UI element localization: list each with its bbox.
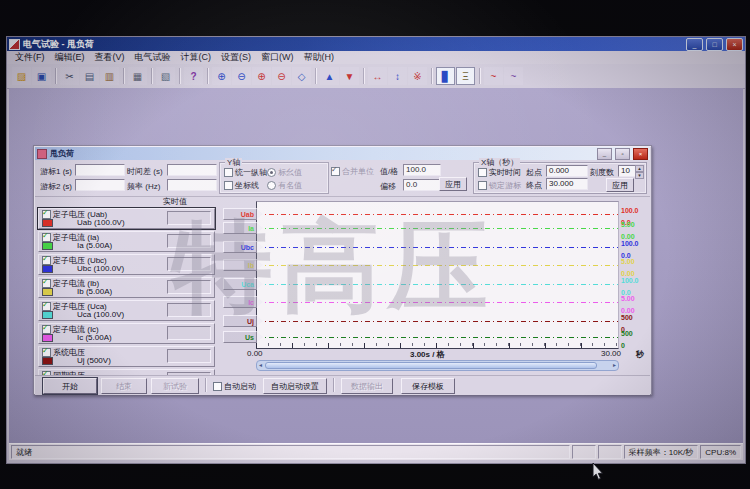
scales-icon[interactable]: Ξ — [456, 67, 475, 85]
copy-icon[interactable]: ▤ — [80, 67, 99, 85]
channel-range: Ubc (100.0V) — [77, 264, 124, 273]
timediff-input[interactable] — [167, 164, 217, 176]
menu-window[interactable]: 窗口(W) — [256, 51, 299, 64]
y-axis-group: Y轴 统一纵轴 坐标线 标幺值 有名值 — [219, 162, 329, 194]
realtime-checkbox[interactable]: 实时时间 — [478, 167, 521, 178]
maximize-button[interactable]: □ — [706, 38, 723, 51]
channel-marker-button[interactable]: Uca — [223, 278, 257, 290]
start-input[interactable]: 0.000 — [546, 165, 588, 177]
axis-min-label: 0.00 — [621, 233, 635, 240]
menu-help[interactable]: 帮助(H) — [299, 51, 340, 64]
channel-marker-button[interactable]: Us — [223, 331, 257, 343]
channel-checkbox[interactable] — [42, 279, 51, 288]
cursor2-input[interactable] — [75, 179, 125, 191]
child-close-button[interactable]: × — [633, 148, 648, 160]
toolbar-separator — [151, 68, 152, 84]
channel-checkbox[interactable] — [42, 256, 51, 265]
per-unit-radio[interactable]: 标幺值 — [267, 167, 302, 178]
end-input[interactable]: 30.000 — [546, 178, 588, 190]
channel-row[interactable]: 定子电压 (Uab) Uab (100.0V) — [38, 208, 215, 229]
scroll-right-icon[interactable]: ▸ — [613, 361, 616, 369]
channel-marker-button[interactable]: Ubc — [223, 241, 257, 253]
start-button[interactable]: 开始 — [43, 378, 97, 394]
realtime-value-header: 实时值 — [163, 196, 187, 207]
minimize-button[interactable]: _ — [686, 38, 703, 51]
child-minimize-button[interactable]: _ — [597, 148, 612, 160]
align-grid-icon[interactable]: ※ — [408, 67, 427, 85]
menu-settings[interactable]: 设置(S) — [216, 51, 256, 64]
auto-start-checkbox[interactable]: 自动启动 — [213, 381, 256, 392]
child-restore-button[interactable]: ▫ — [615, 148, 630, 160]
marker-pointer-icon — [257, 316, 263, 326]
zero-down-icon[interactable]: ▼ — [340, 67, 359, 85]
zero-up-icon[interactable]: ▲ — [320, 67, 339, 85]
divisions-spinner[interactable]: ▴▾ — [635, 165, 644, 175]
channel-rows: 定子电压 (Uab) Uab (100.0V) 定子电流 (Ia) Ia (5.… — [38, 208, 215, 392]
print-icon[interactable]: ▦ — [128, 67, 147, 85]
channel-line — [257, 228, 618, 229]
channel-checkbox[interactable] — [42, 348, 51, 357]
x-apply-button[interactable]: 应用 — [606, 178, 634, 192]
plot-area[interactable] — [256, 201, 619, 349]
menu-calculate[interactable]: 计算(C) — [176, 51, 217, 64]
channel-checkbox[interactable] — [42, 210, 51, 219]
channel-row[interactable]: 定子电压 (Uca) Uca (100.0V) — [38, 300, 215, 321]
menu-file[interactable]: 文件(F) — [10, 51, 50, 64]
cut-icon[interactable]: ✂ — [60, 67, 79, 85]
channel-line — [257, 302, 618, 303]
align-horizontal-icon[interactable]: ↔ — [368, 67, 387, 85]
properties-icon[interactable]: ▧ — [156, 67, 175, 85]
channel-marker-button[interactable]: Ia — [223, 222, 257, 234]
channel-checkbox[interactable] — [42, 233, 51, 242]
save-icon[interactable]: ▣ — [32, 67, 51, 85]
unify-axis-checkbox[interactable]: 统一纵轴 — [224, 167, 267, 178]
channel-row[interactable]: 定子电流 (Ia) Ia (5.00A) — [38, 231, 215, 252]
waveform-red-icon[interactable]: ~ — [484, 67, 503, 85]
auto-start-settings-button[interactable]: 自动启动设置 — [263, 378, 327, 394]
merge-units-checkbox[interactable]: 合并单位 — [331, 166, 374, 177]
cursor1-input[interactable] — [75, 164, 125, 176]
app-window: 电气试验 - 甩负荷 _ □ × 文件(F) 编辑(E) 查看(V) 电气试验 … — [6, 36, 746, 464]
channel-checkbox[interactable] — [42, 325, 51, 334]
bar-chart-icon[interactable]: ▊ — [436, 67, 455, 85]
channel-marker-button[interactable]: Ib — [223, 259, 257, 271]
scrollbar-thumb[interactable] — [265, 362, 597, 369]
channel-marker-button[interactable]: Ic — [223, 296, 257, 308]
zoom-y-out-icon[interactable]: ⊖ — [272, 67, 291, 85]
zoom-y-in-icon[interactable]: ⊕ — [252, 67, 271, 85]
menu-electrical-test[interactable]: 电气试验 — [130, 51, 176, 64]
channel-row[interactable]: 定子电流 (Ib) Ib (5.00A) — [38, 277, 215, 298]
marker-pointer-icon — [257, 209, 263, 219]
status-spacer — [598, 445, 622, 459]
offset-input[interactable]: 0.0 — [403, 179, 441, 191]
named-value-radio[interactable]: 有名值 — [267, 180, 302, 191]
per-div-input[interactable]: 100.0 — [403, 164, 441, 176]
freq-input[interactable] — [167, 179, 217, 191]
open-icon[interactable]: ▨ — [12, 67, 31, 85]
channel-row[interactable]: 定子电流 (Ic) Ic (5.00A) — [38, 323, 215, 344]
paste-icon[interactable]: ▥ — [100, 67, 119, 85]
menu-view[interactable]: 查看(V) — [90, 51, 130, 64]
zoom-fit-icon[interactable]: ◇ — [292, 67, 311, 85]
freq-label: 频率 (Hz) — [127, 181, 160, 192]
help-icon[interactable]: ? — [184, 67, 203, 85]
waveform-icon[interactable]: ~ — [504, 67, 523, 85]
close-button[interactable]: × — [726, 38, 743, 51]
chart-horizontal-scrollbar[interactable]: ◂ ▸ — [256, 360, 619, 371]
channel-row[interactable]: 定子电压 (Ubc) Ubc (100.0V) — [38, 254, 215, 275]
channel-marker-button[interactable]: Uab — [223, 208, 257, 220]
save-template-button[interactable]: 保存模板 — [401, 378, 455, 394]
y-apply-button[interactable]: 应用 — [439, 177, 467, 191]
channel-marker-button[interactable]: Uj — [223, 315, 257, 327]
zoom-x-in-icon[interactable]: ⊕ — [212, 67, 231, 85]
scroll-left-icon[interactable]: ◂ — [259, 361, 262, 369]
align-vertical-icon[interactable]: ↕ — [388, 67, 407, 85]
menu-edit[interactable]: 编辑(E) — [50, 51, 90, 64]
lock-cursor-checkbox[interactable]: 锁定游标 — [478, 180, 521, 191]
channel-line — [257, 321, 618, 322]
divisions-label: 刻度数 — [590, 167, 614, 178]
channel-checkbox[interactable] — [42, 302, 51, 311]
channel-row[interactable]: 系统电压 Uj (500V) — [38, 346, 215, 367]
zoom-x-out-icon[interactable]: ⊖ — [232, 67, 251, 85]
gridline-checkbox[interactable]: 坐标线 — [224, 180, 259, 191]
